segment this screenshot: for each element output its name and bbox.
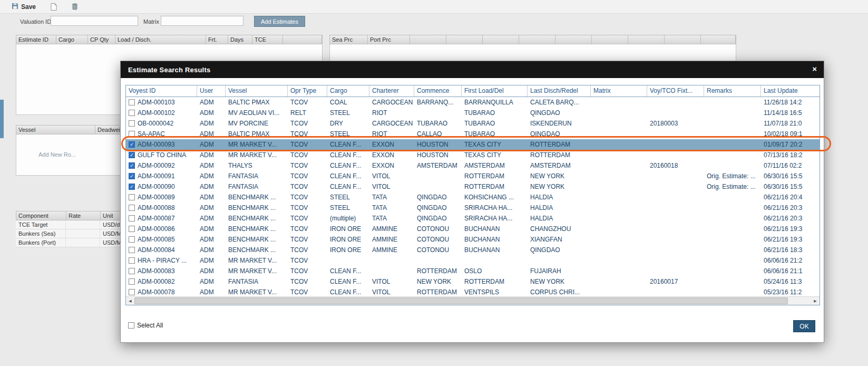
result-row[interactable]: ADM-000083ADMMR MARKET V...TCOVCLEAN F..… [126, 266, 820, 276]
result-row[interactable]: ✓ADM-000092ADMTHALYSTCOVCLEAN F...EXXONA… [126, 160, 820, 171]
result-cell: 11/26/18 14:2 [761, 97, 820, 108]
scroll-right-arrow[interactable]: ▶ [811, 297, 820, 305]
row-checkbox[interactable] [129, 236, 135, 243]
row-checkbox[interactable] [129, 257, 135, 264]
result-cell: TCOV [288, 181, 327, 192]
result-row[interactable]: ADM-000086ADMBENCHMARK ...TCOVIRON OREAM… [126, 224, 820, 234]
result-cell: STEEL [327, 192, 369, 203]
results-column-header[interactable]: Last Disch/Redel [528, 85, 591, 97]
result-row[interactable]: SA-APACADMBALTIC PMAXTCOVSTEELRIOTCALLAO… [126, 129, 820, 139]
result-cell: BARRANQ... [414, 97, 462, 108]
select-all-checkbox[interactable] [128, 322, 134, 329]
result-row[interactable]: ADM-000084ADMBENCHMARK ...TCOVIRON OREAM… [126, 245, 820, 255]
results-column-header[interactable]: Voy/TCO Fixt... [647, 85, 704, 97]
result-cell [704, 224, 761, 234]
row-checkbox[interactable]: ✓ [129, 162, 135, 169]
add-new-row-link[interactable]: Add New Ro... [38, 151, 76, 158]
result-cell: AMSTERDAM [414, 160, 462, 171]
result-row[interactable]: HRA - PIRACY ...ADMMR MARKET V...TCOV06/… [126, 255, 820, 266]
delete-icon[interactable] [72, 3, 78, 10]
result-cell [528, 255, 591, 266]
result-cell: ADM-000085 [126, 234, 197, 245]
valuation-id-input[interactable] [51, 16, 138, 26]
results-column-header[interactable]: Vessel [226, 85, 288, 97]
row-checkbox[interactable] [129, 131, 135, 137]
result-cell: 07/13/16 18:2 [761, 150, 820, 160]
row-checkbox[interactable]: ✓ [129, 173, 135, 179]
result-cell: ADM [197, 181, 226, 192]
result-cell: FANTASIA [226, 171, 288, 181]
result-cell [647, 97, 704, 108]
row-checkbox[interactable]: ✓ [129, 184, 135, 190]
results-column-header[interactable]: Opr Type [288, 85, 327, 97]
result-cell: HRA - PIRACY ... [126, 255, 197, 266]
results-column-header[interactable]: Last Update [761, 85, 820, 97]
bg-column-header: Rate [66, 211, 101, 220]
row-checkbox[interactable] [129, 278, 135, 285]
close-icon[interactable]: × [812, 64, 817, 74]
result-cell: BENCHMARK ... [226, 203, 288, 213]
result-cell: CORPUS CHRI... [528, 287, 591, 297]
row-checkbox[interactable]: ✓ [129, 141, 135, 148]
result-row[interactable]: ADM-000085ADMBENCHMARK ...TCOVIRON OREAM… [126, 234, 820, 245]
result-row[interactable]: ADM-000102ADMMV AEOLIAN VI...RELTSTEELRI… [126, 108, 820, 118]
result-cell: BENCHMARK ... [226, 213, 288, 224]
results-column-header[interactable]: Charterer [369, 85, 414, 97]
result-cell [647, 255, 704, 266]
result-row[interactable]: ADM-000089ADMBENCHMARK ...TCOVSTEELTATAQ… [126, 192, 820, 203]
scrollbar-thumb[interactable] [134, 297, 788, 304]
estimate-grid-header: Estimate IDCargoCP QtyLoad / Disch.Frt.D… [16, 35, 323, 44]
results-column-header[interactable]: First Load/Del [462, 85, 528, 97]
horizontal-scrollbar[interactable]: ◀ ▶ [126, 296, 820, 305]
add-estimates-button[interactable]: Add Estimates [254, 16, 305, 27]
result-row[interactable]: ADM-000078ADMMR MARKET V...TCOVCLEAN F..… [126, 287, 820, 297]
result-cell [704, 139, 761, 150]
results-column-header[interactable]: User [197, 85, 226, 97]
results-column-header[interactable]: Matrix [591, 85, 647, 97]
result-cell: ADM [197, 234, 226, 245]
scroll-left-arrow[interactable]: ◀ [126, 297, 134, 305]
row-checkbox[interactable] [129, 268, 135, 274]
results-column-header[interactable]: Voyest ID [126, 85, 197, 97]
select-all[interactable]: Select All [128, 322, 163, 329]
row-checkbox[interactable] [129, 247, 135, 253]
new-document-icon[interactable] [51, 3, 57, 11]
row-checkbox[interactable] [129, 205, 135, 211]
result-cell: BALTIC PMAX [226, 129, 288, 139]
result-cell: XIANGFAN [528, 234, 591, 245]
results-column-header[interactable]: Commence [414, 85, 462, 97]
result-row[interactable]: ✓ADM-000091ADMFANTASIATCOVCLEAN F...VITO… [126, 171, 820, 181]
result-row[interactable]: ✓GULF TO CHINAADMMR MARKET V...TCOVCLEAN… [126, 150, 820, 160]
result-row[interactable]: ✓ADM-000090ADMFANTASIATCOVCLEAN F...VITO… [126, 181, 820, 192]
row-checkbox[interactable] [129, 120, 135, 127]
result-row[interactable]: ADM-000088ADMBENCHMARK ...TCOVSTEELTATAQ… [126, 203, 820, 213]
save-button[interactable]: Save [12, 2, 36, 12]
bg-column-header [410, 35, 446, 44]
result-row[interactable]: ADM-000103ADMBALTIC PMAXTCOVCOALCARGOCEA… [126, 97, 820, 108]
result-row[interactable]: ADM-000082ADMFANTASIATCOVCLEAN F...VITOL… [126, 276, 820, 287]
result-cell: NEW YORK [414, 276, 462, 287]
result-cell: BUCHANAN [462, 224, 528, 234]
result-row[interactable]: ADM-000087ADMBENCHMARK ...TCOV(multiple)… [126, 213, 820, 224]
results-rows: ADM-000103ADMBALTIC PMAXTCOVCOALCARGOCEA… [126, 97, 820, 297]
result-cell: CALLAO [414, 129, 462, 139]
result-cell: ADM-000086 [126, 224, 197, 234]
result-cell: STEEL [327, 129, 369, 139]
result-cell [369, 266, 414, 276]
result-cell: 01/09/17 20:2 [761, 139, 820, 150]
result-row[interactable]: ✓ADM-000093ADMMR MARKET V...TCOVCLEAN F.… [126, 139, 820, 150]
result-row[interactable]: OB-0000042ADMMV PORCINETCOVDRYCARGOCEANT… [126, 118, 820, 129]
row-checkbox[interactable] [129, 226, 135, 232]
ok-button[interactable]: OK [793, 320, 815, 332]
row-checkbox[interactable] [129, 194, 135, 200]
results-column-header[interactable]: Remarks [704, 85, 761, 97]
row-checkbox[interactable] [129, 215, 135, 221]
row-checkbox[interactable] [129, 110, 135, 116]
result-cell: Orig. Estimate: ... [704, 181, 761, 192]
matrix-input[interactable] [161, 16, 243, 26]
results-column-header[interactable]: Cargo [327, 85, 369, 97]
row-checkbox[interactable] [129, 99, 135, 105]
row-checkbox[interactable] [129, 289, 135, 295]
result-cell [591, 224, 647, 234]
row-checkbox[interactable]: ✓ [129, 152, 135, 158]
